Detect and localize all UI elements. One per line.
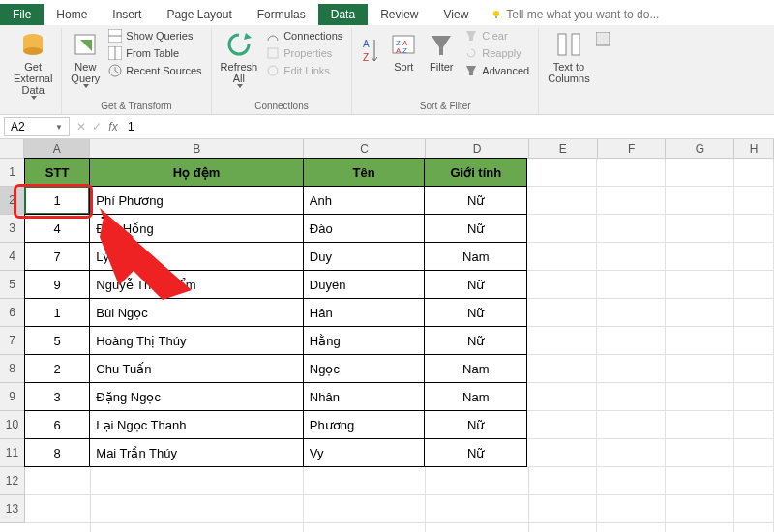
name-box[interactable]: A2▼ bbox=[4, 117, 70, 136]
edit-links-button[interactable]: Edit Links bbox=[263, 63, 345, 78]
cell-H-11[interactable] bbox=[734, 439, 774, 467]
row-header-1[interactable]: 1 bbox=[0, 159, 24, 187]
cell-F-8[interactable] bbox=[597, 355, 666, 383]
cell-E-2[interactable] bbox=[527, 187, 596, 215]
cell-H-4[interactable] bbox=[734, 243, 774, 271]
cell-H-101[interactable] bbox=[734, 467, 774, 495]
cell-D-102[interactable] bbox=[426, 495, 529, 523]
cell-A-102[interactable] bbox=[25, 495, 91, 523]
cell-D-7[interactable]: Nữ bbox=[424, 326, 527, 355]
cell-A-10[interactable]: 6 bbox=[24, 410, 90, 439]
cell-G-7[interactable] bbox=[666, 327, 734, 355]
tab-view[interactable]: View bbox=[432, 4, 482, 25]
cell-F-102[interactable] bbox=[597, 495, 666, 523]
cell-B-101[interactable] bbox=[91, 467, 304, 495]
select-all-corner[interactable] bbox=[0, 139, 24, 158]
cell-F-6[interactable] bbox=[597, 299, 666, 327]
row-header-2[interactable]: 2 bbox=[0, 187, 24, 215]
cell-F-2[interactable] bbox=[597, 187, 666, 215]
tab-formulas[interactable]: Formulas bbox=[245, 4, 318, 25]
cell-A-6[interactable]: 1 bbox=[24, 298, 90, 327]
cell-D-5[interactable]: Nữ bbox=[424, 270, 527, 299]
cell-D-header[interactable]: Giới tính bbox=[424, 158, 527, 187]
row-header-10[interactable]: 10 bbox=[0, 411, 24, 439]
cell-D-10[interactable]: Nữ bbox=[424, 410, 527, 439]
cell-B-5[interactable]: Nguyễ Thụy Cẩm bbox=[89, 270, 304, 299]
cell-H-10[interactable] bbox=[734, 411, 774, 439]
col-header-B[interactable]: B bbox=[90, 139, 304, 158]
cell-G-5[interactable] bbox=[666, 271, 734, 299]
cell-H-3[interactable] bbox=[734, 215, 774, 243]
cell-B-2[interactable]: Phí Phương bbox=[89, 186, 304, 215]
new-query-button[interactable]: New Query bbox=[68, 28, 103, 90]
cell-E-8[interactable] bbox=[527, 355, 596, 383]
cell-F-5[interactable] bbox=[597, 271, 666, 299]
cell-H-7[interactable] bbox=[734, 327, 774, 355]
cell-F-header[interactable] bbox=[597, 159, 666, 187]
cell-E-103[interactable] bbox=[529, 523, 598, 532]
cell-B-10[interactable]: Lại Ngọc Thanh bbox=[89, 410, 304, 439]
cell-B-6[interactable]: Bùi Ngọc bbox=[89, 298, 304, 327]
cell-A-101[interactable] bbox=[25, 467, 91, 495]
clear-button[interactable]: Clear bbox=[461, 28, 532, 44]
row-header-9[interactable]: 9 bbox=[0, 383, 24, 411]
cell-A-5[interactable]: 9 bbox=[24, 270, 90, 299]
row-header-13[interactable]: 13 bbox=[0, 495, 24, 523]
cell-A-2[interactable]: 1 bbox=[24, 186, 90, 215]
cell-E-11[interactable] bbox=[527, 439, 596, 467]
cell-B-header[interactable]: Họ đệm bbox=[89, 158, 304, 187]
refresh-all-button[interactable]: Refresh All bbox=[218, 28, 261, 90]
cell-grid[interactable]: STTHọ đệmTênGiới tính1Phí PhươngAnhNữ4Đà… bbox=[25, 159, 774, 532]
cell-G-3[interactable] bbox=[666, 215, 734, 243]
get-external-data-button[interactable]: Get External Data bbox=[11, 28, 55, 102]
cell-H-2[interactable] bbox=[734, 187, 774, 215]
col-header-F[interactable]: F bbox=[598, 139, 667, 158]
tab-home[interactable]: Home bbox=[44, 4, 100, 25]
cell-C-2[interactable]: Anh bbox=[303, 186, 425, 215]
col-header-H[interactable]: H bbox=[734, 139, 774, 158]
sort-button[interactable]: ZAAZ Sort bbox=[386, 28, 421, 74]
sort-asc-button[interactable]: AZ bbox=[358, 28, 383, 69]
cell-A-8[interactable]: 2 bbox=[24, 354, 90, 383]
advanced-button[interactable]: Advanced bbox=[461, 63, 532, 78]
connections-button[interactable]: Connections bbox=[263, 28, 345, 44]
cell-C-10[interactable]: Phương bbox=[303, 410, 425, 439]
cell-H-9[interactable] bbox=[734, 383, 774, 411]
row-header-4[interactable]: 4 bbox=[0, 243, 24, 271]
cell-F-4[interactable] bbox=[597, 243, 666, 271]
cell-G-header[interactable] bbox=[666, 159, 734, 187]
tab-data[interactable]: Data bbox=[318, 4, 368, 25]
row-header-3[interactable]: 3 bbox=[0, 215, 24, 243]
cell-F-7[interactable] bbox=[597, 327, 666, 355]
cell-G-11[interactable] bbox=[666, 439, 734, 467]
cell-C-header[interactable]: Tên bbox=[303, 158, 425, 187]
cell-G-6[interactable] bbox=[666, 299, 734, 327]
cell-B-3[interactable]: Đào Hồng bbox=[89, 214, 304, 243]
cell-D-11[interactable]: Nữ bbox=[424, 438, 527, 467]
cell-C-7[interactable]: Hằng bbox=[303, 326, 425, 355]
cell-E-5[interactable] bbox=[527, 271, 596, 299]
cell-C-11[interactable]: Vy bbox=[303, 438, 425, 467]
cell-C-9[interactable]: Nhân bbox=[303, 382, 425, 411]
cell-D-103[interactable] bbox=[426, 523, 529, 532]
text-to-columns-button[interactable]: Text to Columns bbox=[545, 28, 592, 86]
cell-F-101[interactable] bbox=[597, 467, 666, 495]
cell-B-103[interactable] bbox=[91, 523, 304, 532]
cell-G-8[interactable] bbox=[666, 355, 734, 383]
cell-H-102[interactable] bbox=[734, 495, 774, 523]
cell-A-9[interactable]: 3 bbox=[24, 382, 90, 411]
cell-G-103[interactable] bbox=[666, 523, 734, 532]
cell-E-header[interactable] bbox=[527, 159, 596, 187]
col-header-E[interactable]: E bbox=[529, 139, 598, 158]
cell-C-5[interactable]: Duyên bbox=[303, 270, 425, 299]
cell-E-4[interactable] bbox=[527, 243, 596, 271]
cell-G-2[interactable] bbox=[666, 187, 734, 215]
properties-button[interactable]: Properties bbox=[263, 45, 345, 61]
tab-file[interactable]: File bbox=[0, 4, 44, 25]
cell-A-103[interactable] bbox=[25, 523, 91, 532]
fx-cancel[interactable]: ✕ bbox=[74, 120, 89, 133]
cell-C-101[interactable] bbox=[304, 467, 426, 495]
cell-F-10[interactable] bbox=[597, 411, 666, 439]
row-header-12[interactable]: 12 bbox=[0, 467, 24, 495]
col-header-A[interactable]: A bbox=[24, 139, 90, 158]
